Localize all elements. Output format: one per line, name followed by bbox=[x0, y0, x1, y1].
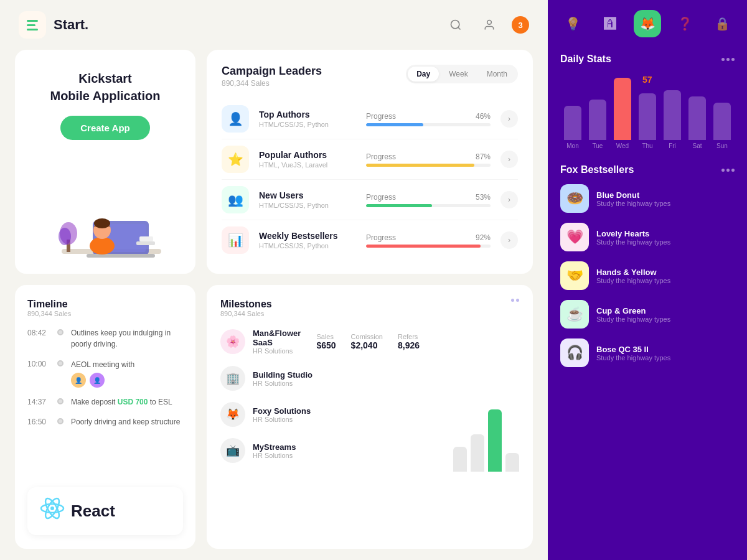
daily-stats-title: Daily Stats bbox=[560, 54, 611, 65]
period-tabs: Day Week Month bbox=[406, 65, 518, 83]
app-title: Start. bbox=[54, 17, 88, 33]
svg-line-1 bbox=[458, 27, 461, 30]
timeline-subtitle: 890,344 Sales bbox=[27, 310, 183, 317]
popular-authors-info: Popular Authors HTML, VueJS, Laravel bbox=[259, 150, 356, 169]
avatar-2: 👤 bbox=[90, 373, 105, 388]
milestone-icon-4: 📺 bbox=[220, 438, 245, 463]
bestseller-thumb-1: 🍩 bbox=[560, 184, 589, 213]
milestone-row-2: 🏢 Building Studio HR Solutions bbox=[220, 366, 420, 391]
search-icon[interactable] bbox=[444, 14, 467, 36]
bestsellers-menu[interactable] bbox=[721, 169, 735, 172]
panel-nav-icon-lock[interactable]: 🔒 bbox=[708, 10, 736, 37]
bestseller-item-1: 🍩 Blue Donut Study the highway types bbox=[560, 184, 735, 213]
milestones-card: Milestones 890,344 Sales 🌸 Man&Flower Sa… bbox=[207, 285, 533, 549]
timeline-item-2: 10:00 AEOL meeting with 👤 👤 bbox=[27, 358, 183, 388]
top-authors-icon: 👤 bbox=[222, 105, 249, 133]
svg-rect-14 bbox=[139, 236, 153, 241]
milestones-chart bbox=[432, 329, 519, 474]
bestseller-item-4: ☕ Cup & Green Study the highway types bbox=[560, 300, 735, 329]
campaign-row-top-authors: 👤 Top Authors HTML/CSS/JS, Python Progre… bbox=[222, 99, 518, 139]
campaign-subtitle: 890,344 Sales bbox=[222, 79, 322, 88]
popular-authors-chevron[interactable]: › bbox=[500, 151, 518, 168]
new-users-info: New Users HTML/CSS/JS, Python bbox=[259, 190, 356, 209]
kickstart-illustration bbox=[43, 174, 167, 274]
weekly-icon: 📊 bbox=[222, 226, 249, 254]
new-users-chevron[interactable]: › bbox=[500, 191, 518, 208]
avatar-1: 👤 bbox=[71, 373, 86, 388]
new-users-progress: Progress 53% bbox=[366, 193, 491, 207]
milestones-menu[interactable] bbox=[511, 299, 519, 302]
tab-day[interactable]: Day bbox=[408, 67, 439, 82]
timeline-item-4: 16:50 Poorly driving and keep structure bbox=[27, 416, 183, 427]
svg-point-9 bbox=[94, 218, 110, 228]
bestseller-item-2: 💗 Lovely Hearts Study the highway types bbox=[560, 223, 735, 251]
campaign-title: Campaign Leaders bbox=[222, 65, 322, 78]
weekly-chevron[interactable]: › bbox=[500, 231, 518, 249]
bestsellers-title: Fox Bestsellers bbox=[560, 164, 634, 175]
milestones-list: 🌸 Man&Flower SaaS HR Solutions Sales $65… bbox=[220, 329, 420, 474]
weekly-info: Weekly Bestsellers HTML/CSS/JS, Python bbox=[259, 231, 356, 250]
timeline-card: Timeline 890,344 Sales 08:42 Outlines ke… bbox=[15, 285, 195, 549]
panel-nav: 💡 🅰 🦊 ❓ 🔒 bbox=[548, 0, 747, 47]
milestone-row-4: 📺 MyStreams HR Solutions bbox=[220, 438, 420, 463]
milestone-icon-1: 🌸 bbox=[220, 329, 245, 354]
daily-stats-section: Daily Stats 57 Mon Tue bbox=[560, 54, 735, 149]
app-header: Start. 3 bbox=[0, 0, 548, 50]
bestseller-item-5: 🎧 Bose QC 35 II Study the highway types bbox=[560, 338, 735, 367]
top-authors-info: Top Authors HTML/CSS/JS, Python bbox=[259, 110, 356, 128]
tab-week[interactable]: Week bbox=[440, 67, 476, 82]
create-app-button[interactable]: Create App bbox=[60, 116, 149, 140]
tab-month[interactable]: Month bbox=[478, 67, 516, 82]
popular-authors-progress: Progress 87% bbox=[366, 152, 491, 167]
panel-nav-icon-2[interactable]: 🅰 bbox=[596, 10, 624, 37]
panel-content: Daily Stats 57 Mon Tue bbox=[548, 47, 747, 560]
campaign-row-weekly: 📊 Weekly Bestsellers HTML/CSS/JS, Python… bbox=[222, 220, 518, 260]
svg-point-12 bbox=[59, 228, 71, 245]
header-left: Start. bbox=[19, 11, 88, 39]
svg-rect-13 bbox=[136, 241, 155, 245]
panel-nav-icon-1[interactable]: 💡 bbox=[559, 10, 586, 37]
right-panel: 💡 🅰 🦊 ❓ 🔒 Daily Stats 57 Mon bbox=[548, 0, 747, 560]
bestsellers-section: Fox Bestsellers 🍩 Blue Donut Study the h… bbox=[560, 164, 735, 367]
campaign-card: Campaign Leaders 890,344 Sales Day Week … bbox=[207, 50, 533, 274]
top-authors-chevron[interactable]: › bbox=[500, 110, 518, 128]
user-icon[interactable] bbox=[478, 14, 500, 36]
peak-value-label: 57 bbox=[642, 75, 652, 85]
logo-icon bbox=[19, 11, 46, 39]
header-right: 3 bbox=[444, 14, 529, 36]
svg-point-18 bbox=[50, 506, 54, 510]
react-label: React bbox=[71, 502, 115, 521]
panel-nav-icon-fox[interactable]: 🦊 bbox=[634, 10, 661, 37]
popular-authors-icon: ⭐ bbox=[222, 146, 249, 173]
svg-rect-6 bbox=[87, 254, 155, 258]
milestone-row-1: 🌸 Man&Flower SaaS HR Solutions Sales $65… bbox=[220, 329, 420, 355]
daily-stats-menu[interactable] bbox=[721, 58, 735, 61]
bestseller-item-3: 🤝 Hands & Yellow Study the highway types bbox=[560, 261, 735, 290]
kickstart-title: KickstartMobile Application bbox=[50, 70, 160, 105]
svg-point-7 bbox=[90, 237, 115, 254]
milestone-icon-3: 🦊 bbox=[220, 402, 245, 427]
new-users-icon: 👥 bbox=[222, 186, 249, 213]
milestones-title: Milestones bbox=[220, 299, 272, 310]
react-icon bbox=[40, 496, 65, 526]
milestones-subtitle: 890,344 Sales bbox=[220, 310, 272, 317]
milestones-content: 🌸 Man&Flower SaaS HR Solutions Sales $65… bbox=[220, 329, 519, 474]
timeline-item-1: 08:42 Outlines keep you indulging in poo… bbox=[27, 327, 183, 350]
campaign-row-new-users: 👥 New Users HTML/CSS/JS, Python Progress… bbox=[222, 180, 518, 220]
milestone-icon-2: 🏢 bbox=[220, 366, 245, 391]
panel-nav-icon-help[interactable]: ❓ bbox=[671, 10, 698, 37]
weekly-progress: Progress 92% bbox=[366, 233, 491, 248]
react-badge: React bbox=[27, 487, 183, 535]
daily-stats-chart: 57 Mon Tue Wed Thu bbox=[560, 75, 735, 149]
milestone-row-3: 🦊 Foxy Solutions HR Solutions bbox=[220, 402, 420, 427]
svg-point-0 bbox=[451, 21, 459, 29]
bestseller-thumb-4: ☕ bbox=[560, 300, 589, 329]
campaign-row-popular-authors: ⭐ Popular Authors HTML, VueJS, Laravel P… bbox=[222, 139, 518, 180]
bestseller-thumb-3: 🤝 bbox=[560, 261, 589, 290]
notification-badge[interactable]: 3 bbox=[512, 16, 529, 34]
kickstart-card: KickstartMobile Application Create App bbox=[15, 50, 195, 274]
timeline-item-3: 14:37 Make deposit USD 700 to ESL bbox=[27, 396, 183, 408]
bestseller-thumb-5: 🎧 bbox=[560, 338, 589, 367]
top-authors-progress: Progress 46% bbox=[366, 112, 491, 126]
timeline-title: Timeline bbox=[27, 299, 183, 310]
